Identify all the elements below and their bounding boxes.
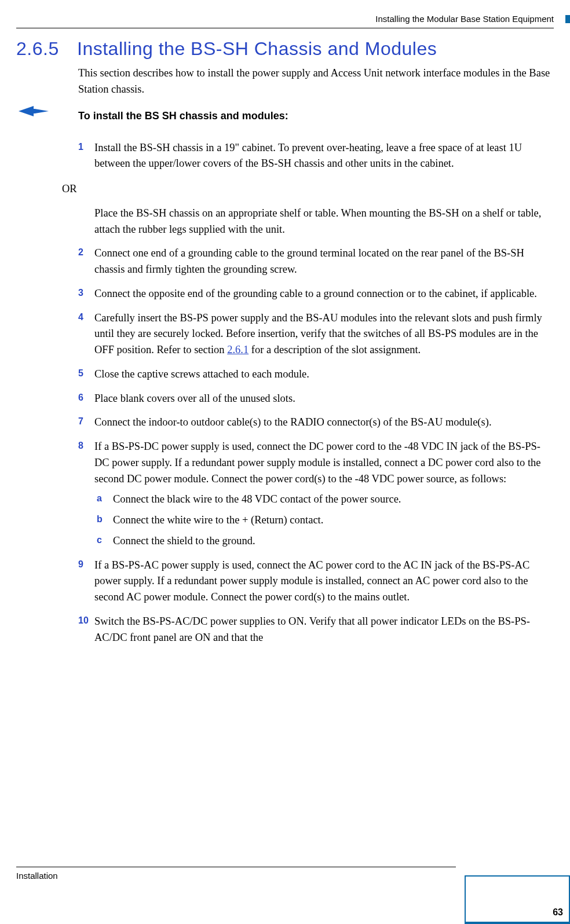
- step-6: 6 Place blank covers over all of the unu…: [78, 391, 554, 407]
- substep-c: c Connect the shield to the ground.: [97, 533, 554, 549]
- step-5: 5 Close the captive screws attached to e…: [78, 366, 554, 383]
- step-text: Install the BS-SH chassis in a 19" cabin…: [94, 142, 522, 170]
- substep-letter: a: [97, 492, 102, 505]
- substep-text: Connect the shield to the ground.: [113, 535, 255, 547]
- page-number-box: 63: [466, 877, 569, 922]
- footer-section-label: Installation: [16, 871, 58, 881]
- step-8: 8 If a BS-PS-DC power supply is used, co…: [78, 439, 554, 549]
- alt-paragraph: Place the BS-SH chassis on an appropriat…: [78, 206, 554, 238]
- or-separator: OR: [62, 181, 554, 197]
- svg-marker-0: [19, 106, 49, 116]
- step-text: If a BS-PS-AC power supply is used, conn…: [94, 559, 529, 603]
- section-heading: 2.6.5Installing the BS-SH Chassis and Mo…: [16, 35, 554, 63]
- page-corner-block: 63: [465, 875, 570, 924]
- running-title-text: Installing the Modular Base Station Equi…: [375, 14, 554, 24]
- procedure-arrow-icon: [17, 105, 50, 118]
- substep-text: Connect the black wire to the 48 VDC con…: [113, 493, 401, 505]
- step-number: 6: [78, 391, 83, 405]
- step-2: 2 Connect one end of a grounding cable t…: [78, 245, 554, 278]
- step-number: 3: [78, 286, 83, 300]
- substep-text: Connect the white wire to the + (Return)…: [113, 514, 323, 526]
- step-3: 3 Connect the opposite end of the ground…: [78, 286, 554, 302]
- substep-b: b Connect the white wire to the + (Retur…: [97, 512, 554, 529]
- page-number: 63: [553, 907, 563, 917]
- step-text: Connect one end of a grounding cable to …: [94, 247, 524, 275]
- step-10: 10 Switch the BS-PS-AC/DC power supplies…: [78, 614, 554, 646]
- step-4: 4 Carefully insert the BS-PS power suppl…: [78, 310, 554, 358]
- step-number: 8: [78, 439, 83, 453]
- step-number: 5: [78, 366, 83, 380]
- section-number: 2.6.5: [16, 35, 77, 63]
- step-text: If a BS-PS-DC power supply is used, conn…: [94, 441, 541, 485]
- cross-ref-link[interactable]: 2.6.1: [227, 344, 249, 355]
- edge-tab: [565, 15, 570, 23]
- intro-paragraph: This section describes how to install th…: [78, 65, 554, 98]
- page-footer: Installation: [16, 867, 456, 883]
- step-number: 10: [78, 614, 89, 628]
- step-7: 7 Connect the indoor-to outdoor cable(s)…: [78, 415, 554, 431]
- step-number: 4: [78, 310, 83, 324]
- section-title: Installing the BS-SH Chassis and Modules: [77, 38, 437, 59]
- substep-letter: c: [97, 533, 102, 547]
- substep-a: a Connect the black wire to the 48 VDC c…: [97, 492, 554, 508]
- step-number: 9: [78, 558, 83, 571]
- running-header: Installing the Modular Base Station Equi…: [16, 13, 554, 28]
- procedure-lead: To install the BS SH chassis and modules…: [78, 108, 554, 124]
- step-text: Connect the opposite end of the groundin…: [94, 288, 537, 299]
- substep-letter: b: [97, 512, 103, 526]
- step-number: 2: [78, 245, 83, 259]
- step-9: 9 If a BS-PS-AC power supply is used, co…: [78, 558, 554, 606]
- step-number: 7: [78, 415, 83, 428]
- step-text-post: for a description of the slot assignment…: [249, 344, 421, 355]
- step-number: 1: [78, 140, 83, 154]
- step-1: 1 Install the BS-SH chassis in a 19" cab…: [78, 140, 554, 173]
- step-text: Switch the BS-PS-AC/DC power supplies to…: [94, 615, 530, 643]
- step-text: Close the captive screws attached to eac…: [94, 368, 309, 380]
- step-text: Connect the indoor-to outdoor cable(s) t…: [94, 416, 492, 428]
- body-content: This section describes how to install th…: [78, 65, 554, 654]
- step-text: Place blank covers over all of the unuse…: [94, 393, 295, 404]
